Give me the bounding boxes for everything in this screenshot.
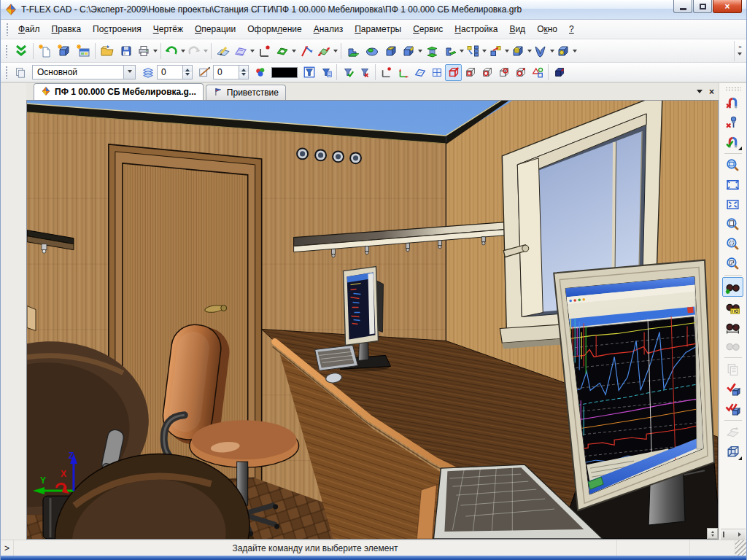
new-document-button[interactable] [36, 42, 55, 61]
menu-правка[interactable]: Правка [46, 20, 88, 39]
redo-button[interactable] [186, 42, 209, 61]
menu-вид[interactable]: Вид [503, 20, 531, 39]
line-style-button[interactable] [196, 64, 212, 81]
toolbar-overflow-button[interactable]: » [734, 41, 745, 61]
selector-settings-button[interactable] [301, 64, 317, 81]
undo-button[interactable] [163, 42, 186, 61]
layer-combobox[interactable]: Основной [32, 65, 136, 79]
filter-grid-button[interactable] [428, 64, 445, 81]
zoom-previous-button[interactable] [722, 254, 743, 273]
zoom-page-button[interactable] [722, 214, 743, 234]
maximize-button[interactable] [693, 0, 712, 13]
show-dimensions-button[interactable] [722, 297, 743, 316]
menu-оформление[interactable]: Оформление [241, 20, 308, 39]
save-button[interactable] [117, 42, 136, 61]
lcs-button[interactable] [255, 42, 274, 61]
pin-off-button[interactable] [722, 112, 743, 132]
axis-x-label: X [61, 469, 66, 479]
sidebar-bottom-scroll[interactable] [721, 529, 746, 540]
menu-анализ[interactable]: Анализ [308, 20, 349, 39]
selector-on-button[interactable] [339, 64, 356, 81]
tab-welcome[interactable]: Приветствие [206, 85, 286, 100]
menu-построения[interactable]: Построения [87, 20, 147, 39]
print-button[interactable] [136, 42, 158, 61]
toolbar-separator [33, 43, 34, 59]
filter-solid-button[interactable] [445, 64, 462, 81]
resize-grip[interactable] [735, 540, 746, 556]
menu-операции[interactable]: Операции [189, 20, 241, 39]
snap-on-button[interactable] [722, 132, 743, 152]
close-document-button[interactable]: × [709, 88, 714, 96]
filter-face-button[interactable] [462, 64, 479, 81]
menu-сервис[interactable]: Сервис [407, 20, 449, 39]
tab-document[interactable]: ПФ 1 00.000 СБ Мебелировка.g... [34, 83, 204, 100]
new-from-template-button[interactable] [74, 42, 93, 61]
loft-button[interactable] [423, 42, 442, 61]
close-button[interactable]: × [713, 0, 742, 13]
zoom-shrink-button[interactable] [722, 195, 743, 214]
selector-list-button[interactable] [317, 64, 334, 81]
3d-viewport[interactable]: Y X Z [26, 100, 719, 540]
copy-pages-button[interactable] [722, 359, 743, 379]
show-elements-button[interactable] [722, 277, 743, 297]
sketch-button[interactable] [214, 42, 233, 61]
zoom-window-button[interactable] [722, 155, 743, 175]
boolean-button[interactable] [382, 42, 400, 61]
regenerate-button[interactable] [722, 379, 743, 399]
sidebar-grip[interactable] [725, 87, 741, 90]
tab-list-button[interactable] [697, 90, 703, 96]
selector-off-button[interactable] [356, 64, 373, 81]
workplane-button[interactable] [233, 42, 255, 61]
current-color-swatch[interactable] [271, 67, 298, 78]
array-button[interactable] [465, 42, 487, 61]
regenerate-all-button[interactable] [722, 399, 743, 419]
viewport-scroll-corner[interactable] [707, 528, 718, 539]
axis-y-label: Y [40, 475, 46, 486]
rotation-button[interactable] [363, 42, 382, 61]
cavity-button[interactable] [555, 42, 578, 61]
new-3d-document-button[interactable] [55, 42, 74, 61]
menu-?[interactable]: ? [563, 20, 580, 39]
menu-параметры[interactable]: Параметры [349, 20, 407, 39]
toolbar-grip-2[interactable] [5, 66, 9, 79]
zoom-extents-button[interactable] [722, 175, 743, 195]
filter-lcs-button[interactable] [378, 64, 395, 81]
menu-окно[interactable]: Окно [531, 20, 563, 39]
extrusion-button[interactable] [344, 42, 363, 61]
menu-файл[interactable]: Файл [12, 20, 46, 39]
rotate-workplane-button[interactable] [722, 422, 743, 442]
show-span-button[interactable] [722, 316, 743, 336]
body-operation-button[interactable] [442, 42, 465, 61]
layers-button[interactable] [139, 64, 156, 81]
profile-button[interactable] [274, 42, 297, 61]
document-pages-button[interactable] [12, 64, 28, 81]
menu-черт-ж[interactable]: Чертёж [147, 20, 189, 39]
hide-elements-button[interactable] [722, 336, 743, 356]
blend-button[interactable] [400, 42, 423, 61]
priority-spinner[interactable]: 0 [213, 65, 249, 79]
expand-toolbar-button[interactable] [12, 42, 31, 61]
filter-loop-button[interactable] [495, 64, 512, 81]
axis-button[interactable] [297, 42, 316, 61]
toolbar-grip[interactable] [5, 44, 9, 58]
copy-button[interactable] [487, 42, 510, 61]
filter-vertex-button[interactable] [512, 64, 529, 81]
filter-edge-button[interactable] [479, 64, 495, 81]
filter-shapes-button[interactable] [529, 64, 546, 81]
colors-button[interactable] [252, 64, 268, 81]
filter-workplane-button[interactable] [411, 64, 428, 81]
filter-axes-button[interactable] [395, 64, 411, 81]
open-button[interactable] [98, 42, 117, 61]
menu-настройка[interactable]: Настройка [449, 20, 503, 39]
zoom-selection-button[interactable] [722, 234, 743, 254]
wireframe-view-button[interactable] [722, 442, 743, 462]
level-spinner[interactable]: 0 [157, 65, 193, 79]
hole-button[interactable] [510, 42, 533, 61]
section-plane-button[interactable] [316, 42, 338, 61]
3d-view-button[interactable] [551, 64, 568, 81]
menubar-grip[interactable] [6, 23, 9, 36]
command-prompt[interactable]: > [1, 540, 14, 556]
spiral-button[interactable] [533, 42, 555, 61]
snap-off-button[interactable] [722, 93, 743, 112]
minimize-button[interactable] [673, 0, 692, 13]
